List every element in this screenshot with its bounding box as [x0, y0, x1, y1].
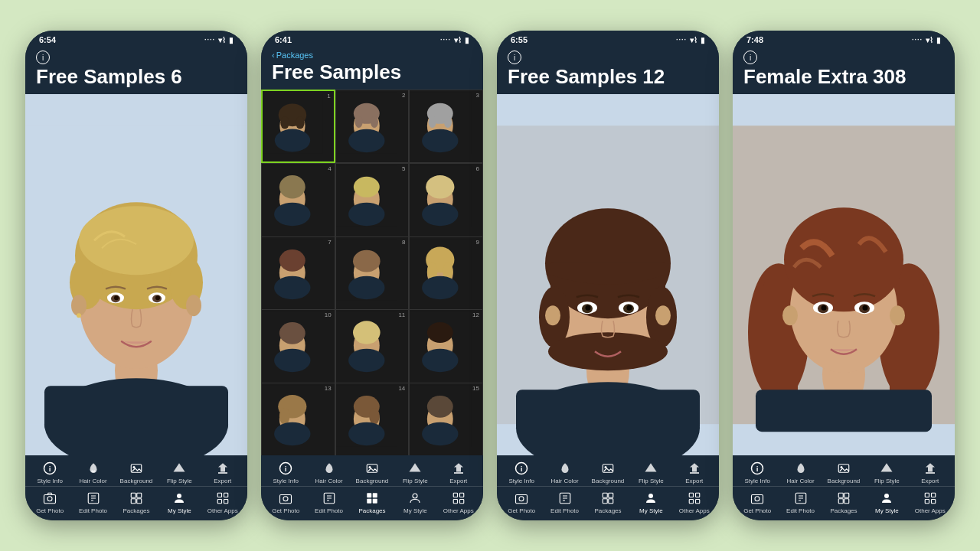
- svg-point-186: [884, 494, 889, 498]
- style-info-btn-2[interactable]: i Style Info: [269, 460, 302, 484]
- hair-thumb-10[interactable]: 10: [261, 309, 335, 383]
- packages-btn-4[interactable]: Packages: [827, 490, 861, 514]
- hair-thumb-8[interactable]: 8: [335, 236, 410, 311]
- flip-style-btn-4[interactable]: Flip Style: [870, 460, 903, 484]
- svg-point-104: [422, 422, 458, 445]
- hair-thumb-2[interactable]: 2: [335, 90, 410, 164]
- flip-style-label-4: Flip Style: [874, 478, 900, 484]
- get-photo-btn-1[interactable]: Get Photo: [33, 490, 67, 514]
- hair-thumb-13[interactable]: 13: [261, 383, 335, 455]
- svg-point-52: [422, 129, 458, 152]
- style-info-btn-3[interactable]: i Style Info: [505, 460, 538, 484]
- thumb-num-6: 6: [476, 165, 479, 172]
- svg-point-171: [863, 305, 868, 310]
- wifi-2: ▾⌇: [454, 36, 462, 44]
- export-icon-1: [214, 460, 231, 477]
- hair-thumb-1[interactable]: 1: [261, 90, 335, 164]
- other-apps-btn-3[interactable]: Other Apps: [678, 490, 711, 514]
- other-apps-btn-1[interactable]: Other Apps: [206, 490, 240, 514]
- hair-color-btn-1[interactable]: Hair Color: [77, 460, 110, 484]
- content-4: [733, 94, 955, 455]
- other-apps-icon-2: [450, 490, 467, 507]
- export-btn-2[interactable]: Export: [442, 460, 475, 484]
- hair-thumb-7[interactable]: 7: [261, 236, 335, 311]
- edit-photo-btn-4[interactable]: Edit Photo: [784, 490, 818, 514]
- portrait-svg-3: [497, 94, 719, 455]
- packages-label-2: Packages: [358, 507, 385, 514]
- hair-color-btn-2[interactable]: Hair Color: [312, 460, 346, 484]
- edit-photo-btn-1[interactable]: Edit Photo: [77, 490, 110, 514]
- get-photo-btn-4[interactable]: Get Photo: [740, 490, 774, 514]
- svg-rect-118: [453, 493, 457, 497]
- export-btn-3[interactable]: Export: [678, 460, 711, 484]
- back-arrow-2[interactable]: ‹ Packages: [272, 51, 313, 60]
- svg-point-95: [274, 422, 310, 445]
- flip-style-btn-1[interactable]: Flip Style: [162, 460, 196, 484]
- info-tool-icon-4: i: [749, 460, 766, 477]
- hair-thumb-15[interactable]: 15: [409, 383, 483, 455]
- packages-btn-2[interactable]: Packages: [355, 490, 389, 514]
- hair-thumb-6[interactable]: 6: [409, 163, 483, 237]
- svg-rect-125: [516, 390, 700, 432]
- style-info-btn-1[interactable]: i Style Info: [33, 460, 67, 484]
- hair-thumb-4[interactable]: 4: [261, 163, 335, 237]
- background-btn-1[interactable]: Background: [119, 460, 153, 484]
- svg-point-30: [177, 494, 181, 498]
- info-icon-1[interactable]: i: [36, 51, 50, 64]
- packages-btn-3[interactable]: Packages: [591, 490, 625, 514]
- toolbar-top-2: i Style Info Hair Color Background: [261, 455, 483, 487]
- flip-style-icon-1: [171, 460, 188, 477]
- background-btn-3[interactable]: Background: [591, 460, 625, 484]
- flip-style-btn-2[interactable]: Flip Style: [398, 460, 432, 484]
- export-label-2: Export: [449, 478, 467, 484]
- hair-thumb-9[interactable]: 9: [409, 236, 483, 311]
- svg-point-117: [413, 494, 417, 498]
- style-info-label-4: Style Info: [745, 478, 770, 484]
- svg-marker-144: [645, 463, 657, 471]
- hair-thumb-3[interactable]: 3: [409, 90, 483, 164]
- packages-icon-2: [364, 490, 381, 507]
- packages-btn-1[interactable]: Packages: [119, 490, 153, 514]
- packages-icon-3: [599, 490, 616, 507]
- get-photo-btn-2[interactable]: Get Photo: [269, 490, 302, 514]
- info-icon-4[interactable]: i: [743, 51, 757, 64]
- export-btn-1[interactable]: Export: [206, 460, 240, 484]
- get-photo-btn-3[interactable]: Get Photo: [505, 490, 538, 514]
- background-btn-4[interactable]: Background: [827, 460, 861, 484]
- export-btn-4[interactable]: Export: [913, 460, 947, 484]
- hair-color-btn-4[interactable]: Hair Color: [784, 460, 818, 484]
- edit-photo-btn-2[interactable]: Edit Photo: [312, 490, 346, 514]
- other-apps-label-3: Other Apps: [679, 507, 710, 514]
- info-icon-3[interactable]: i: [508, 51, 521, 64]
- hair-color-icon-2: [321, 460, 338, 477]
- my-style-btn-1[interactable]: My Style: [162, 490, 196, 514]
- get-photo-label-4: Get Photo: [743, 507, 771, 514]
- hair-thumb-14[interactable]: 14: [335, 383, 410, 455]
- toolbar-4: i Style Info Hair Color Background: [733, 455, 955, 520]
- svg-rect-149: [609, 493, 613, 497]
- hair-color-btn-3[interactable]: Hair Color: [548, 460, 582, 484]
- svg-point-71: [353, 249, 381, 272]
- status-icons-4: ···· ▾⌇ ▮: [912, 36, 941, 44]
- edit-photo-btn-3[interactable]: Edit Photo: [548, 490, 582, 514]
- hair-thumb-5[interactable]: 5: [335, 163, 410, 237]
- other-apps-icon-1: [214, 490, 231, 507]
- my-style-btn-2[interactable]: My Style: [398, 490, 432, 514]
- style-info-btn-4[interactable]: i Style Info: [740, 460, 774, 484]
- hair-thumb-11[interactable]: 11: [335, 309, 410, 383]
- other-apps-btn-4[interactable]: Other Apps: [913, 490, 947, 514]
- svg-rect-114: [373, 493, 377, 497]
- my-style-btn-3[interactable]: My Style: [634, 490, 668, 514]
- thumb-num-11: 11: [398, 311, 405, 318]
- other-apps-btn-2[interactable]: Other Apps: [442, 490, 475, 514]
- header-1: i Free Samples 6: [25, 46, 247, 94]
- hair-thumb-12[interactable]: 12: [409, 309, 483, 383]
- flip-style-btn-3[interactable]: Flip Style: [634, 460, 668, 484]
- my-style-btn-4[interactable]: My Style: [870, 490, 903, 514]
- background-btn-2[interactable]: Background: [355, 460, 389, 484]
- camera-icon-1: [41, 490, 58, 507]
- svg-rect-190: [931, 500, 935, 504]
- style-info-label-2: Style Info: [273, 478, 299, 484]
- edit-photo-icon-3: [557, 490, 573, 507]
- flip-style-icon-2: [407, 460, 423, 477]
